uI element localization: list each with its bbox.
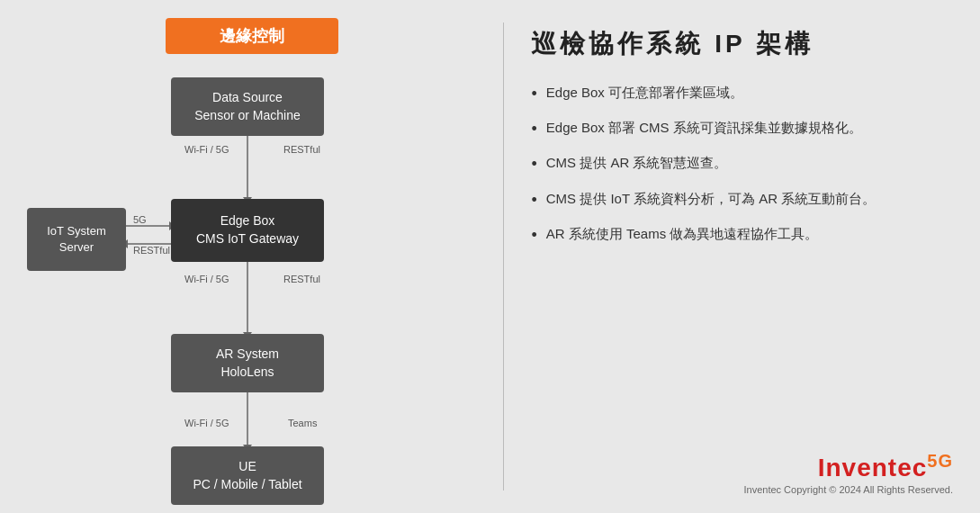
- brand-name: Inventec: [818, 454, 928, 482]
- wifi-5g-label-bot: Wi-Fi / 5G: [184, 418, 229, 428]
- datasource-box: Data Source Sensor or Machine: [171, 77, 324, 136]
- bullet-item-3: • CMS 提供 AR 系統智慧巡查。: [531, 153, 953, 176]
- brand-logo: Inventec5G: [818, 451, 953, 482]
- edge-control-banner: 邊緣控制: [166, 18, 338, 54]
- restful-label-top: RESTful: [283, 144, 320, 155]
- wifi-5g-label-top: Wi-Fi / 5G: [184, 144, 229, 155]
- diagram-area: IoT System Server Data Source Sensor or …: [18, 68, 485, 495]
- bullet-item-5: • AR 系統使用 Teams 做為異地遠程協作工具。: [531, 224, 953, 247]
- footer-brand: Inventec5G Inventec Copyright © 2024 All…: [531, 451, 953, 495]
- 5g-label: 5G: [133, 214, 147, 225]
- main-title: 巡檢協作系統 IP 架構: [531, 27, 953, 61]
- bullet-item-1: • Edge Box 可任意部署作業區域。: [531, 83, 953, 105]
- bullet-text-5: AR 系統使用 Teams 做為異地遠程協作工具。: [546, 224, 819, 245]
- ue-box: UE PC / Mobile / Tablet: [171, 446, 324, 505]
- teams-label: Teams: [288, 418, 317, 428]
- brand-suffix: 5G: [927, 451, 953, 471]
- bullet-text-2: Edge Box 部署 CMS 系統可資訊採集並數據規格化。: [546, 118, 862, 139]
- restful-label-mid: RESTful: [283, 274, 320, 284]
- right-panel: 巡檢協作系統 IP 架構 • Edge Box 可任意部署作業區域。 • Edg…: [504, 0, 980, 513]
- iot-system-box: IoT System Server: [27, 208, 126, 271]
- bullet-dot-2: •: [531, 118, 536, 140]
- bullet-dot-3: •: [531, 153, 536, 176]
- edgebox-box: Edge Box CMS IoT Gateway: [171, 199, 324, 262]
- restful-left-label: RESTful: [133, 245, 170, 256]
- bullet-list: • Edge Box 可任意部署作業區域。 • Edge Box 部署 CMS …: [531, 83, 953, 442]
- bullet-text-1: Edge Box 可任意部署作業區域。: [546, 83, 743, 104]
- wifi-5g-label-mid: Wi-Fi / 5G: [184, 274, 229, 284]
- bullet-text-4: CMS 提供 IoT 系統資料分析，可為 AR 系統互動前台。: [546, 189, 876, 210]
- bullet-dot-1: •: [531, 83, 536, 105]
- left-panel: 邊緣控制 IoT System Server Data Source Senso…: [0, 0, 503, 513]
- bullet-item-4: • CMS 提供 IoT 系統資料分析，可為 AR 系統互動前台。: [531, 189, 953, 212]
- ar-system-box: AR System HoloLens: [171, 334, 324, 392]
- bullet-text-3: CMS 提供 AR 系統智慧巡查。: [546, 153, 728, 174]
- bullet-dot-5: •: [531, 224, 536, 247]
- bullet-dot-4: •: [531, 189, 536, 212]
- bullet-item-2: • Edge Box 部署 CMS 系統可資訊採集並數據規格化。: [531, 118, 953, 140]
- brand-copyright: Inventec Copyright © 2024 All Rights Res…: [743, 484, 953, 495]
